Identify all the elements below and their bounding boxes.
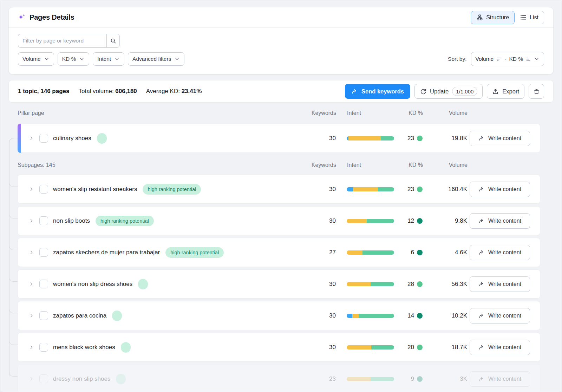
kd-value: 14 bbox=[394, 312, 414, 319]
keywords-count: 30 bbox=[304, 135, 336, 142]
expand-row-button[interactable] bbox=[28, 312, 35, 319]
intent-segment-commercial bbox=[352, 314, 359, 318]
kd-value: 23 bbox=[394, 186, 414, 193]
expand-row-button[interactable] bbox=[28, 375, 35, 383]
kd-dot bbox=[417, 136, 423, 141]
row-checkbox[interactable] bbox=[39, 280, 48, 288]
export-button[interactable]: Export bbox=[487, 84, 524, 99]
refresh-icon bbox=[420, 88, 426, 95]
write-content-button[interactable]: Write content bbox=[470, 340, 530, 355]
write-content-label: Write content bbox=[488, 135, 521, 142]
trash-icon bbox=[533, 88, 540, 95]
expand-row-button[interactable] bbox=[28, 217, 35, 224]
chevron-right-icon bbox=[29, 313, 34, 318]
page-name: women's slip resistant sneakers bbox=[53, 186, 137, 193]
average-kd-label: Average KD: bbox=[146, 88, 180, 94]
forward-arrow-icon bbox=[478, 344, 485, 351]
forward-arrow-icon bbox=[478, 135, 485, 142]
intent-segment-commercial bbox=[347, 377, 371, 381]
forward-arrow-icon bbox=[478, 376, 485, 382]
row-checkbox[interactable] bbox=[39, 216, 48, 225]
filter-dropdown-volume[interactable]: Volume bbox=[18, 52, 54, 66]
chevron-right-icon bbox=[29, 345, 34, 350]
kd-value: 28 bbox=[394, 281, 414, 288]
high-ranking-potential-badge: high ranking potential bbox=[96, 216, 154, 226]
high-ranking-potential-badge: high ranking potential bbox=[165, 247, 224, 258]
structure-view-label: Structure bbox=[486, 14, 509, 21]
page-title: Pages Details bbox=[30, 13, 74, 21]
chevron-right-icon bbox=[29, 187, 34, 192]
write-content-button[interactable]: Write content bbox=[470, 371, 530, 387]
page-row: zapatos skechers de mujer para trabajar … bbox=[18, 238, 540, 267]
update-label: Update bbox=[430, 88, 449, 95]
structure-view-button[interactable]: Structure bbox=[471, 11, 515, 24]
write-content-button[interactable]: Write content bbox=[470, 308, 530, 324]
kd-value: 23 bbox=[394, 135, 414, 142]
volume-value: 19.8K bbox=[423, 135, 467, 142]
forward-arrow-icon bbox=[478, 218, 485, 224]
high-ranking-potential-badge bbox=[116, 374, 126, 384]
row-checkbox[interactable] bbox=[39, 248, 48, 257]
kd-dot bbox=[417, 313, 423, 319]
volume-column-header: Volume bbox=[423, 110, 468, 116]
write-content-button[interactable]: Write content bbox=[470, 245, 530, 260]
intent-segment-transactional bbox=[367, 219, 394, 223]
page-row: women's slip resistant sneakers high ran… bbox=[18, 175, 540, 204]
pillar-table-header: Pillar page Keywords Intent KD % Volume bbox=[8, 103, 554, 124]
expand-row-button[interactable] bbox=[28, 344, 35, 351]
row-checkbox[interactable] bbox=[39, 343, 48, 352]
search-button[interactable] bbox=[106, 34, 120, 48]
sort-descending-icon bbox=[496, 57, 502, 62]
average-kd-value: 23.41% bbox=[182, 88, 202, 94]
list-icon bbox=[520, 14, 527, 21]
filter-chips: Volume KD % Intent Advanced filters bbox=[18, 52, 184, 66]
write-content-button[interactable]: Write content bbox=[470, 182, 530, 197]
row-checkbox[interactable] bbox=[39, 311, 48, 320]
write-content-label: Write content bbox=[488, 344, 521, 351]
intent-bar bbox=[347, 282, 394, 286]
write-content-label: Write content bbox=[488, 218, 521, 224]
volume-value: 10.2K bbox=[423, 312, 467, 319]
expand-row-button[interactable] bbox=[28, 281, 35, 288]
row-checkbox[interactable] bbox=[39, 185, 48, 194]
volume-value: 9.8K bbox=[423, 217, 467, 224]
write-content-button[interactable]: Write content bbox=[470, 276, 530, 292]
list-view-button[interactable]: List bbox=[514, 11, 544, 24]
high-ranking-potential-badge bbox=[97, 133, 107, 144]
filter-dropdown-kd-[interactable]: KD % bbox=[58, 52, 90, 66]
intent-segment-commercial bbox=[347, 282, 371, 286]
update-button[interactable]: Update 1/1,000 bbox=[414, 84, 483, 99]
sort-secondary-label: KD % bbox=[509, 56, 523, 62]
pillar-page-row: culinary shoes 30 23 19.8K Write content bbox=[18, 124, 540, 153]
intent-segment-informational bbox=[347, 187, 353, 191]
kd-dot bbox=[417, 250, 423, 255]
chevron-right-icon bbox=[29, 136, 34, 141]
delete-button[interactable] bbox=[529, 84, 544, 99]
chevron-down-icon bbox=[114, 56, 120, 62]
total-volume-value: 606,180 bbox=[115, 88, 137, 94]
volume-column-header: Volume bbox=[423, 162, 468, 168]
row-checkbox[interactable] bbox=[39, 374, 48, 383]
sort-dropdown[interactable]: Volume - KD % bbox=[471, 52, 544, 66]
page-name: mens black work shoes bbox=[53, 344, 115, 351]
send-keywords-button[interactable]: Send keywords bbox=[345, 84, 410, 99]
intent-segment-commercial bbox=[347, 250, 362, 255]
page-name: women's non slip dress shoes bbox=[53, 281, 132, 288]
expand-row-button[interactable] bbox=[28, 135, 35, 142]
keywords-count: 23 bbox=[304, 375, 336, 383]
intent-segment-transactional bbox=[371, 345, 394, 349]
expand-row-button[interactable] bbox=[28, 249, 35, 256]
filter-dropdown-intent[interactable]: Intent bbox=[93, 52, 124, 66]
write-content-button[interactable]: Write content bbox=[470, 131, 530, 146]
write-content-button[interactable]: Write content bbox=[470, 213, 530, 229]
row-checkbox[interactable] bbox=[39, 134, 48, 143]
expand-row-button[interactable] bbox=[28, 186, 35, 193]
chevron-right-icon bbox=[29, 218, 34, 223]
kd-value: 9 bbox=[394, 375, 414, 383]
high-ranking-potential-badge bbox=[121, 342, 131, 353]
forward-arrow-icon bbox=[478, 249, 485, 256]
filter-search-input[interactable] bbox=[18, 34, 106, 48]
keywords-count: 30 bbox=[304, 312, 336, 319]
filter-dropdown-advanced-filters[interactable]: Advanced filters bbox=[128, 52, 184, 66]
page-name: culinary shoes bbox=[53, 135, 91, 142]
